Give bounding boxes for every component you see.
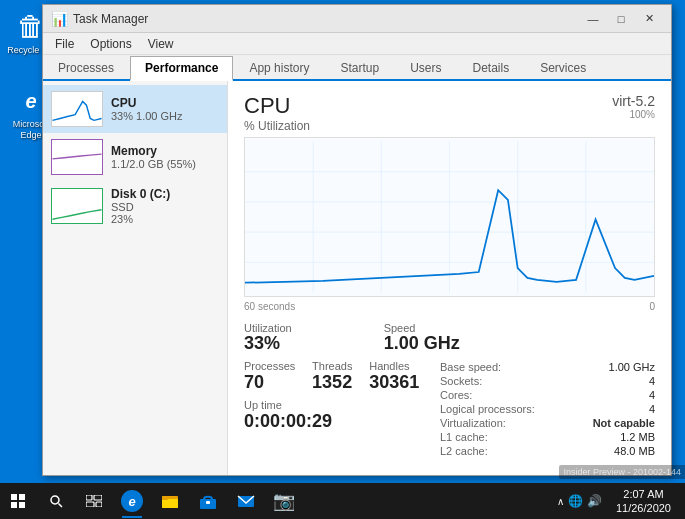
taskbar-store-icon[interactable] — [190, 483, 226, 519]
logical-key: Logical processors: — [440, 403, 535, 415]
edge-app-icon: e — [121, 490, 143, 512]
taskbar-mail-icon[interactable] — [228, 483, 264, 519]
svg-rect-11 — [11, 502, 17, 508]
menu-options[interactable]: Options — [82, 33, 139, 54]
minimize-button[interactable]: — — [579, 9, 607, 29]
cpu-sidebar-title: CPU — [111, 96, 219, 110]
sidebar-item-cpu[interactable]: CPU 33% 1.00 GHz — [43, 85, 227, 133]
tab-processes[interactable]: Processes — [43, 56, 129, 79]
uptime-label: Up time — [244, 399, 424, 411]
speed-stat: Speed 1.00 GHz — [384, 322, 516, 354]
memory-sidebar-title: Memory — [111, 144, 219, 158]
cores-val: 4 — [649, 389, 655, 401]
disk-sidebar-info: Disk 0 (C:) SSD 23% — [111, 187, 219, 225]
svg-rect-20 — [162, 499, 178, 508]
processes-value: 70 — [244, 372, 300, 393]
memory-sidebar-info: Memory 1.1/2.0 GB (55%) — [111, 144, 219, 170]
window-title: Task Manager — [73, 12, 579, 26]
memory-thumb-graph — [52, 140, 102, 174]
task-view-button[interactable] — [76, 483, 112, 519]
logical-val: 4 — [649, 403, 655, 415]
tab-bar: Processes Performance App history Startu… — [43, 55, 671, 81]
menu-file[interactable]: File — [47, 33, 82, 54]
close-button[interactable]: ✕ — [635, 9, 663, 29]
svg-rect-21 — [162, 496, 168, 500]
svg-rect-10 — [19, 494, 25, 500]
process-stats-grid: Processes 70 Threads 1352 Handles 30361 — [244, 360, 424, 393]
clock[interactable]: 2:07 AM 11/26/2020 — [608, 483, 679, 519]
taskbar-right: ∧ 🌐 🔊 2:07 AM 11/26/2020 — [551, 483, 685, 519]
tab-startup[interactable]: Startup — [325, 56, 394, 79]
taskbar-photos-icon[interactable]: 📷 — [266, 483, 302, 519]
taskbar: e — [0, 483, 685, 519]
tab-users[interactable]: Users — [395, 56, 456, 79]
menu-bar: File Options View — [43, 33, 671, 55]
l1-cache-val: 1.2 MB — [620, 431, 655, 443]
title-bar: 📊 Task Manager — □ ✕ — [43, 5, 671, 33]
l1-cache-row: L1 cache: 1.2 MB — [440, 430, 655, 444]
sidebar-item-disk[interactable]: Disk 0 (C:) SSD 23% — [43, 181, 227, 231]
show-desktop-button[interactable] — [679, 483, 685, 519]
insider-watermark: Insider Preview - 201002-144 — [559, 465, 685, 479]
network-icon[interactable]: 🌐 — [568, 494, 583, 508]
main-content: CPU 33% 1.00 GHz Memory 1.1/2.0 GB (55%) — [43, 81, 671, 475]
store-icon — [199, 492, 217, 510]
base-speed-val: 1.00 GHz — [609, 361, 655, 373]
cpu-graph-container — [244, 137, 655, 297]
stats-grid: Utilization 33% Speed 1.00 GHz — [244, 322, 655, 354]
tab-performance[interactable]: Performance — [130, 56, 233, 81]
lower-section: Processes 70 Threads 1352 Handles 30361 — [244, 360, 655, 458]
taskbar-edge-icon[interactable]: e — [114, 483, 150, 519]
taskbar-left: e — [0, 483, 302, 519]
threads-value: 1352 — [312, 372, 357, 393]
tab-app-history[interactable]: App history — [234, 56, 324, 79]
cpu-sidebar-info: CPU 33% 1.00 GHz — [111, 96, 219, 122]
recycle-bin-image: 🗑 — [17, 10, 45, 43]
cpu-sidebar-subtitle: 33% 1.00 GHz — [111, 110, 219, 122]
tab-details[interactable]: Details — [457, 56, 524, 79]
processes-label: Processes — [244, 360, 300, 372]
svg-rect-12 — [19, 502, 25, 508]
menu-view[interactable]: View — [140, 33, 182, 54]
disk-sidebar-title: Disk 0 (C:) — [111, 187, 219, 201]
svg-rect-23 — [206, 501, 210, 504]
uptime-section: Up time 0:00:00:29 — [244, 399, 424, 432]
processes-stat: Processes 70 — [244, 360, 300, 393]
edge-icon-letter: e — [25, 90, 36, 113]
search-button[interactable] — [38, 483, 74, 519]
mail-icon — [237, 492, 255, 510]
start-icon — [10, 493, 26, 509]
l2-cache-key: L2 cache: — [440, 445, 488, 457]
tab-services[interactable]: Services — [525, 56, 601, 79]
cpu-panel-title: CPU — [244, 93, 310, 119]
task-manager-icon: 📊 — [51, 11, 67, 27]
graph-zero-label: 0 — [649, 301, 655, 312]
taskbar-explorer-icon[interactable] — [152, 483, 188, 519]
disk-thumbnail — [51, 188, 103, 224]
utilization-value: 33% — [244, 334, 376, 354]
sockets-row: Sockets: 4 — [440, 374, 655, 388]
left-stats: Processes 70 Threads 1352 Handles 30361 — [244, 360, 424, 458]
svg-rect-15 — [86, 495, 92, 500]
percent-label: 100% — [612, 109, 655, 120]
logical-processors-row: Logical processors: 4 — [440, 402, 655, 416]
disk-thumb-graph — [52, 189, 102, 223]
clock-date: 11/26/2020 — [616, 501, 671, 515]
start-button[interactable] — [0, 483, 36, 519]
svg-rect-16 — [94, 495, 102, 500]
chevron-up-icon[interactable]: ∧ — [557, 496, 564, 507]
l1-cache-key: L1 cache: — [440, 431, 488, 443]
sockets-key: Sockets: — [440, 375, 482, 387]
virtualization-row: Virtualization: Not capable — [440, 416, 655, 430]
sidebar-item-memory[interactable]: Memory 1.1/2.0 GB (55%) — [43, 133, 227, 181]
sockets-val: 4 — [649, 375, 655, 387]
threads-stat: Threads 1352 — [312, 360, 357, 393]
window-controls: — □ ✕ — [579, 9, 663, 29]
explorer-icon — [160, 491, 180, 511]
volume-icon[interactable]: 🔊 — [587, 494, 602, 508]
virt-label: virt-5.2 — [612, 93, 655, 109]
info-table: Base speed: 1.00 GHz Sockets: 4 Cores: 4 — [440, 360, 655, 458]
panel-header-right: virt-5.2 100% — [612, 93, 655, 120]
maximize-button[interactable]: □ — [607, 9, 635, 29]
speed-value: 1.00 GHz — [384, 334, 516, 354]
